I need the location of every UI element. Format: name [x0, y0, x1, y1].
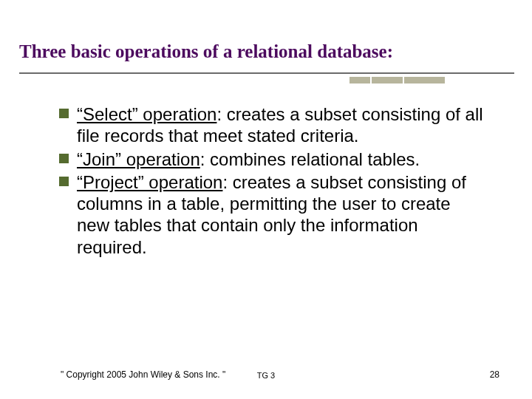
- list-item: “Select” operation: creates a subset con…: [59, 103, 488, 147]
- body: “Select” operation: creates a subset con…: [59, 103, 488, 259]
- operation-name: “Project” operation: [77, 172, 222, 192]
- list-item: “Join” operation: combines relational ta…: [59, 149, 488, 170]
- accent-bar: [404, 77, 445, 83]
- operation-desc: : combines relational tables.: [200, 149, 420, 169]
- square-bullet-icon: [59, 154, 69, 163]
- slide: Three basic operations of a relational d…: [0, 0, 532, 399]
- square-bullet-icon: [59, 109, 69, 118]
- accent-bar: [372, 77, 403, 83]
- operation-name: “Select” operation: [77, 104, 216, 124]
- footer-page: 28: [490, 369, 499, 380]
- list-item: “Project” operation: creates a subset co…: [59, 171, 488, 258]
- footer-chapter: TG 3: [0, 371, 532, 380]
- accent-bar: [349, 77, 370, 83]
- horizontal-rule: [19, 72, 514, 74]
- accent-bars: [349, 77, 445, 83]
- title-wrap: Three basic operations of a relational d…: [19, 41, 510, 62]
- slide-title: Three basic operations of a relational d…: [19, 41, 510, 62]
- operation-name: “Join” operation: [77, 149, 200, 169]
- square-bullet-icon: [59, 177, 69, 186]
